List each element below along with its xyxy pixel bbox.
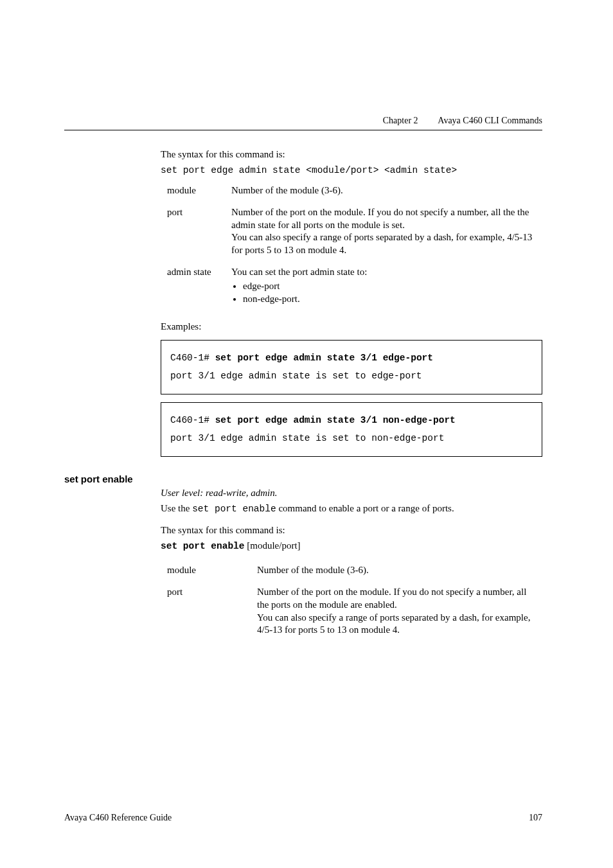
use-code: set port enable bbox=[192, 504, 276, 514]
param-desc: Number of the module (3-6). bbox=[231, 182, 542, 204]
terminal-example-1: C460-1# set port edge admin state 3/1 ed… bbox=[161, 340, 542, 394]
chapter-title: Avaya C460 CLI Commands bbox=[438, 116, 542, 125]
param-row: module Number of the module (3-6). bbox=[161, 182, 542, 204]
syntax-line: set port edge admin state <module/port> … bbox=[161, 165, 457, 175]
param-desc: Number of the module (3-6). bbox=[257, 562, 542, 583]
admin-desc-line: You can set the port admin state to: bbox=[231, 267, 367, 277]
admin-bullet: non-edge-port. bbox=[243, 293, 536, 306]
footer-page-number: 107 bbox=[529, 813, 542, 823]
examples-label: Examples: bbox=[161, 321, 542, 333]
admin-bullet-list: edge-port non-edge-port. bbox=[231, 280, 536, 306]
terminal-output: port 3/1 edge admin state is set to non-… bbox=[170, 430, 533, 448]
terminal-output: port 3/1 edge admin state is set to edge… bbox=[170, 368, 533, 385]
syntax-bold: set port enable bbox=[161, 541, 245, 551]
prompt: C460-1# bbox=[170, 415, 215, 425]
param-key: port bbox=[161, 583, 257, 643]
running-header: Chapter 2 Avaya C460 CLI Commands bbox=[64, 116, 542, 126]
header-rule bbox=[64, 130, 542, 130]
terminal-line: C460-1# set port edge admin state 3/1 ed… bbox=[170, 350, 533, 368]
syntax-intro-2: The syntax for this command is: bbox=[161, 524, 542, 537]
chapter-label: Chapter 2 bbox=[383, 116, 418, 125]
user-level: User level: read-write, admin. bbox=[161, 487, 542, 500]
section-heading: set port enable bbox=[64, 474, 542, 484]
param-key: module bbox=[161, 182, 231, 204]
body: The syntax for this command is: set port… bbox=[161, 148, 542, 457]
param-key: admin state bbox=[161, 263, 231, 312]
admin-bullet: edge-port bbox=[243, 280, 536, 293]
param-key: module bbox=[161, 562, 257, 583]
command: set port edge admin state 3/1 edge-port bbox=[215, 353, 433, 363]
terminal-line: C460-1# set port edge admin state 3/1 no… bbox=[170, 412, 533, 430]
param-table-2: module Number of the module (3-6). port … bbox=[161, 562, 542, 643]
syntax-intro: The syntax for this command is: bbox=[161, 148, 542, 161]
terminal-example-2: C460-1# set port edge admin state 3/1 no… bbox=[161, 402, 542, 457]
use-post: command to enable a port or a range of p… bbox=[276, 503, 454, 513]
use-line: Use the set port enable command to enabl… bbox=[161, 502, 542, 515]
param-desc: You can set the port admin state to: edg… bbox=[231, 263, 542, 312]
command: set port edge admin state 3/1 non-edge-p… bbox=[215, 415, 456, 425]
use-pre: Use the bbox=[161, 503, 192, 513]
param-desc: Number of the port on the module. If you… bbox=[231, 204, 542, 263]
page: Chapter 2 Avaya C460 CLI Commands The sy… bbox=[0, 0, 613, 868]
syntax-line-2: set port enable [module/port] bbox=[161, 540, 542, 553]
param-row: module Number of the module (3-6). bbox=[161, 562, 542, 583]
param-row: port Number of the port on the module. I… bbox=[161, 204, 542, 263]
prompt: C460-1# bbox=[170, 353, 215, 363]
body-2: User level: read-write, admin. Use the s… bbox=[161, 487, 542, 643]
param-table-1: module Number of the module (3-6). port … bbox=[161, 182, 542, 312]
footer: Avaya C460 Reference Guide 107 bbox=[64, 813, 542, 823]
syntax-rest: [module/port] bbox=[245, 540, 301, 551]
param-row: port Number of the port on the module. I… bbox=[161, 583, 542, 643]
param-row: admin state You can set the port admin s… bbox=[161, 263, 542, 312]
param-key: port bbox=[161, 204, 231, 263]
footer-left: Avaya C460 Reference Guide bbox=[64, 813, 172, 823]
param-desc: Number of the port on the module. If you… bbox=[257, 583, 542, 643]
